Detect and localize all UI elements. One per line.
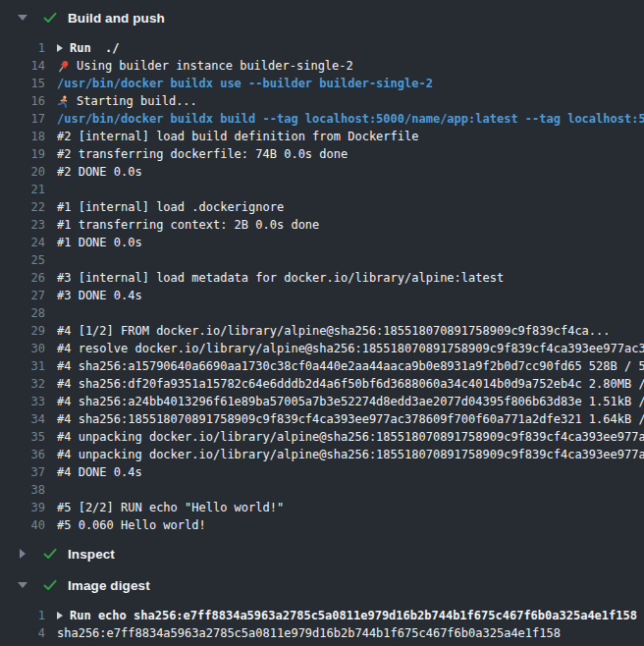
- log-line: 20#2 DONE 0.0s: [0, 163, 644, 181]
- line-text-content: #4 DONE 0.4s: [57, 463, 142, 481]
- line-text: #1 [internal] load .dockerignore: [57, 198, 284, 216]
- line-text: #2 [internal] load build definition from…: [57, 128, 418, 145]
- line-text: #3 DONE 0.4s: [57, 287, 142, 304]
- line-text: #1 transferring context: 2B 0.0s done: [57, 216, 319, 234]
- line-number[interactable]: 35: [0, 428, 45, 446]
- line-text: #5 [2/2] RUN echo "Hello world!": [57, 499, 284, 516]
- line-number[interactable]: 19: [0, 145, 45, 163]
- section-title: Image digest: [68, 578, 150, 593]
- line-text: Starting build...: [57, 92, 197, 110]
- log-line: 29#4 [1/2] FROM docker.io/library/alpine…: [0, 322, 644, 340]
- section-title: Inspect: [68, 547, 115, 562]
- chevron-down-icon[interactable]: [18, 15, 27, 21]
- line-number[interactable]: 22: [0, 198, 45, 216]
- line-number[interactable]: 27: [0, 287, 45, 304]
- log-line: 14Using builder instance builder-single-…: [0, 57, 644, 75]
- chevron-down-icon[interactable]: [18, 582, 27, 588]
- log-line: 39#5 [2/2] RUN echo "Hello world!": [0, 499, 644, 516]
- line-text-content: #3 [internal] load metadata for docker.i…: [57, 269, 504, 287]
- line-text-content: #4 unpacking docker.io/library/alpine@sh…: [57, 446, 644, 463]
- line-text-content: #4 sha256:185518070891758909c9f839cf4ca3…: [57, 410, 644, 428]
- log-line: 19#2 transferring dockerfile: 74B 0.0s d…: [0, 145, 644, 163]
- log-line: 1Run echo sha256:e7ff8834a5963a2785c5a08…: [0, 607, 644, 624]
- line-number[interactable]: 1: [0, 39, 45, 57]
- line-text: #4 unpacking docker.io/library/alpine@sh…: [57, 428, 644, 446]
- line-number[interactable]: 17: [0, 110, 45, 128]
- line-number[interactable]: 29: [0, 322, 45, 340]
- section-build-and-push: Build and push1Run ./14Using builder ins…: [0, 2, 644, 538]
- section-header-inspect[interactable]: Inspect: [0, 538, 644, 569]
- log-line: 15/usr/bin/docker buildx use --builder b…: [0, 75, 644, 92]
- line-number[interactable]: 21: [0, 181, 45, 198]
- line-number[interactable]: 23: [0, 216, 45, 234]
- line-text-content: #1 DONE 0.0s: [57, 234, 142, 251]
- line-number[interactable]: 1: [0, 607, 45, 624]
- line-number[interactable]: 15: [0, 75, 45, 92]
- line-text: #5 0.060 Hello world!: [57, 516, 206, 534]
- line-number[interactable]: 36: [0, 446, 45, 463]
- log-line: 23#1 transferring context: 2B 0.0s done: [0, 216, 644, 234]
- line-text-content: #2 DONE 0.0s: [57, 163, 142, 181]
- log-line: 35#4 unpacking docker.io/library/alpine@…: [0, 428, 644, 446]
- line-text-content: #1 [internal] load .dockerignore: [57, 198, 284, 216]
- line-number[interactable]: 4: [0, 624, 45, 642]
- section-image-digest: Image digest1Run echo sha256:e7ff8834a59…: [0, 569, 644, 646]
- line-text-content: /usr/bin/docker buildx build --tag local…: [57, 110, 644, 128]
- pushpin-icon: [57, 60, 71, 73]
- log-line: 27#3 DONE 0.4s: [0, 287, 644, 304]
- log-line: 38: [0, 481, 644, 499]
- line-number[interactable]: 24: [0, 234, 45, 251]
- section-header-image-digest[interactable]: Image digest: [0, 569, 644, 601]
- line-text: #2 transferring dockerfile: 74B 0.0s don…: [57, 145, 348, 163]
- line-number[interactable]: 34: [0, 410, 45, 428]
- run-expander-icon[interactable]: [57, 612, 63, 619]
- line-text: #4 sha256:185518070891758909c9f839cf4ca3…: [57, 410, 644, 428]
- section-header-build-and-push[interactable]: Build and push: [0, 2, 644, 33]
- line-number[interactable]: 38: [0, 481, 45, 499]
- line-number[interactable]: 16: [0, 92, 45, 110]
- log-line: 16Starting build...: [0, 92, 644, 110]
- log-line: 33#4 sha256:a24bb4013296f61e89ba57005a7b…: [0, 393, 644, 410]
- line-number[interactable]: 37: [0, 463, 45, 481]
- line-text: Run ./: [57, 39, 120, 57]
- line-text-content: #4 resolve docker.io/library/alpine@sha2…: [57, 340, 644, 357]
- line-number[interactable]: 18: [0, 128, 45, 145]
- log-line: 37#4 DONE 0.4s: [0, 463, 644, 481]
- log-line: 36#4 unpacking docker.io/library/alpine@…: [0, 446, 644, 463]
- line-text: #4 resolve docker.io/library/alpine@sha2…: [57, 340, 644, 357]
- line-number[interactable]: 33: [0, 393, 45, 410]
- line-text: #1 DONE 0.0s: [57, 234, 142, 251]
- line-text-content: /usr/bin/docker buildx use --builder bui…: [57, 75, 433, 92]
- line-number[interactable]: 40: [0, 516, 45, 534]
- line-text-content: #4 [1/2] FROM docker.io/library/alpine@s…: [57, 322, 611, 340]
- line-number[interactable]: 26: [0, 269, 45, 287]
- line-number[interactable]: 32: [0, 375, 45, 393]
- log-line: 25: [0, 251, 644, 269]
- run-expander-icon[interactable]: [57, 44, 63, 52]
- log-lines: 1Run echo sha256:e7ff8834a5963a2785c5a08…: [0, 601, 644, 646]
- line-text: /usr/bin/docker buildx use --builder bui…: [57, 75, 433, 92]
- line-text: Using builder instance builder-single-2: [57, 57, 353, 75]
- line-text: #2 DONE 0.0s: [57, 163, 142, 181]
- line-text: #4 [1/2] FROM docker.io/library/alpine@s…: [57, 322, 611, 340]
- chevron-right-icon[interactable]: [18, 549, 27, 559]
- line-number[interactable]: 14: [0, 57, 45, 75]
- line-number[interactable]: 20: [0, 163, 45, 181]
- line-text-content: #5 0.060 Hello world!: [57, 516, 206, 534]
- log-line: 21: [0, 181, 644, 198]
- line-number[interactable]: 28: [0, 304, 45, 322]
- log-line: 28: [0, 304, 644, 322]
- line-text: #4 sha256:df20fa9351a15782c64e6dddb2d4a6…: [57, 375, 644, 393]
- line-number[interactable]: 31: [0, 357, 45, 375]
- line-text-content: #2 transferring dockerfile: 74B 0.0s don…: [57, 145, 348, 163]
- log-line: 40#5 0.060 Hello world!: [0, 516, 644, 534]
- line-number[interactable]: 25: [0, 251, 45, 269]
- line-number[interactable]: 30: [0, 340, 45, 357]
- line-text: #4 DONE 0.4s: [57, 463, 142, 481]
- line-text-content: #5 [2/2] RUN echo "Hello world!": [57, 499, 284, 516]
- line-text-content: Starting build...: [77, 92, 197, 110]
- check-icon: [42, 546, 58, 562]
- log-viewer: Build and push1Run ./14Using builder ins…: [0, 0, 644, 646]
- line-text-content: #3 DONE 0.4s: [57, 287, 142, 304]
- line-number[interactable]: 39: [0, 499, 45, 516]
